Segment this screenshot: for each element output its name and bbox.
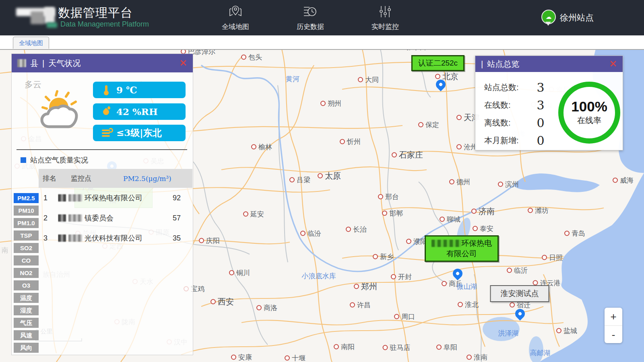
- map-label-test-point[interactable]: 淮安测试点: [490, 285, 549, 302]
- zoom-in-button[interactable]: +: [605, 308, 622, 326]
- param-button-PM10[interactable]: PM10: [14, 206, 39, 216]
- online-rate-value: 100%: [571, 99, 607, 113]
- history-clock-icon: [303, 4, 318, 21]
- map-city-label: 濮阳: [406, 237, 427, 246]
- param-button-温度[interactable]: 温度: [14, 293, 39, 303]
- map-city-label: 日照: [542, 253, 563, 262]
- aqi-rank: 2: [39, 214, 58, 222]
- map-city-label: 滨州: [498, 180, 519, 189]
- stat-value: 0: [532, 134, 549, 148]
- map-city-label: 榆林: [251, 142, 272, 152]
- map-zoom-control: + -: [605, 308, 622, 343]
- app-subtitle: Data Management Platform: [60, 20, 149, 29]
- stat-value: 3: [532, 98, 549, 112]
- map-city-label: 沧州: [456, 142, 477, 152]
- map-city-label: 保定: [418, 120, 439, 130]
- param-button-湿度[interactable]: 湿度: [14, 305, 39, 315]
- close-icon[interactable]: ✕: [609, 59, 617, 69]
- app-header: 数据管理平台 Data Management Platform 全域地图 历史数…: [0, 0, 644, 35]
- map-city-label: 石家庄: [392, 150, 423, 160]
- overview-stats: 站点总数:3在线数:3离线数:0本月新增:0: [484, 78, 549, 149]
- map-city-label: 德州: [449, 177, 470, 187]
- map-city-label: 太原: [318, 171, 341, 181]
- map-city-label: 大同: [358, 75, 379, 84]
- map-water-label: 小浪底水库: [302, 272, 336, 281]
- thermometer-icon: [102, 85, 111, 95]
- map-city-label: 包头: [241, 53, 262, 62]
- param-button-风速[interactable]: 风速: [14, 330, 39, 340]
- map-label-company-station[interactable]: 环保热电 有限公司: [425, 235, 499, 262]
- aqi-site-name: 环保热电有限公司: [58, 193, 161, 203]
- map-city-label: 商洛: [256, 303, 277, 313]
- map-water-label: 洪泽湖: [498, 329, 519, 338]
- map-city-label: 忻州: [340, 137, 361, 146]
- aqi-rank: 3: [39, 234, 58, 243]
- nav-label: 全域地图: [222, 22, 249, 31]
- online-rate-label: 在线率: [577, 115, 601, 126]
- map-city-label: 新乡: [373, 252, 394, 261]
- map-city-label: 济南: [471, 206, 495, 217]
- map-city-label: 郑州: [354, 281, 377, 292]
- station-selector[interactable]: ☁ 徐州站点: [541, 10, 594, 26]
- aqi-ranking-table: 排名 监控点 PM2.5(μg/m³) 1环保热电有限公司922镇委员会573光…: [39, 169, 192, 248]
- temperature-metric: 9 ℃: [93, 82, 186, 98]
- param-button-TSP[interactable]: TSP: [14, 230, 39, 241]
- map-city-label: 南: [2, 246, 8, 255]
- divider: [17, 149, 187, 150]
- map-city-label: 临汾: [300, 229, 321, 238]
- map-water-label: 微山湖: [457, 282, 477, 291]
- aqi-site-name: 光伏科技有限公司: [58, 233, 161, 243]
- param-button-PM2.5[interactable]: PM2.5: [14, 193, 39, 203]
- redacted-text: [58, 214, 66, 222]
- map-city-label: 泰安: [473, 224, 493, 233]
- stat-label: 站点总数:: [484, 82, 532, 93]
- param-button-NO2[interactable]: NO2: [14, 268, 39, 278]
- param-button-PM1.0[interactable]: PM1.0: [14, 218, 39, 228]
- map-city-label: 安康: [231, 353, 252, 362]
- map-city-label: 阜阳: [436, 343, 457, 352]
- map-label-cert-station[interactable]: 认证二252c: [411, 55, 464, 71]
- humidity-icon: [102, 107, 111, 117]
- map-city-label: 淮北: [458, 300, 479, 309]
- map-city-label: 庆阳: [199, 236, 220, 245]
- overview-stat-row: 在线数:3: [484, 96, 549, 114]
- station-selector-label: 徐州站点: [560, 12, 594, 23]
- humidity-metric: 42 %RH: [93, 103, 186, 120]
- map-city-label: 延安: [243, 210, 264, 219]
- param-button-气压[interactable]: 气压: [14, 318, 39, 328]
- map-city-label: 朔州: [320, 99, 341, 108]
- tab-strip: 全域地图: [0, 35, 644, 50]
- overview-panel-title: 站点总览: [487, 59, 519, 70]
- sliders-icon: [378, 4, 392, 21]
- redacted-text: [68, 234, 82, 242]
- nav-label: 实时监控: [372, 22, 399, 31]
- param-button-O3[interactable]: O3: [14, 280, 39, 290]
- close-icon[interactable]: ✕: [179, 58, 187, 68]
- aqi-table-row: 3光伏科技有限公司35: [39, 228, 192, 248]
- param-button-CO[interactable]: CO: [14, 255, 39, 265]
- stat-label: 在线数:: [484, 100, 532, 111]
- nav-global-map[interactable]: 全域地图: [217, 4, 254, 31]
- map-water-label: 高邮湖: [530, 348, 551, 358]
- nav-label: 历史数据: [297, 22, 324, 31]
- map-city-label: 长治: [346, 225, 367, 234]
- weather-panel: 县 | 天气状况 ✕ 多云 9 ℃ 42 %RH ≤3级|东北 站点空气质量实况: [11, 53, 193, 355]
- wind-icon: [102, 128, 111, 138]
- param-button-风向[interactable]: 风向: [14, 343, 39, 353]
- tab-global-map[interactable]: 全域地图: [13, 37, 49, 49]
- redacted-text: [68, 214, 82, 222]
- overview-stat-row: 离线数:0: [484, 114, 549, 132]
- map-city-label: 聊城: [440, 215, 460, 224]
- map-pin-icon: [228, 4, 243, 21]
- app-logo: [16, 6, 56, 29]
- nav-realtime-monitor[interactable]: 实时监控: [367, 4, 403, 31]
- stat-value: 3: [532, 80, 549, 95]
- online-rate-gauge: 100% 在线率: [558, 82, 620, 144]
- parameter-buttons: PM2.5PM10PM1.0TSPSO2CONO2O3温度湿度气压风速风向: [14, 193, 39, 355]
- map-city-label: 威海: [613, 176, 634, 185]
- zoom-out-button[interactable]: -: [605, 326, 622, 343]
- redacted-text: [58, 234, 66, 242]
- param-button-SO2[interactable]: SO2: [14, 243, 39, 253]
- nav-history-data[interactable]: 历史数据: [292, 4, 328, 31]
- map-city-label: 吕梁: [289, 175, 310, 185]
